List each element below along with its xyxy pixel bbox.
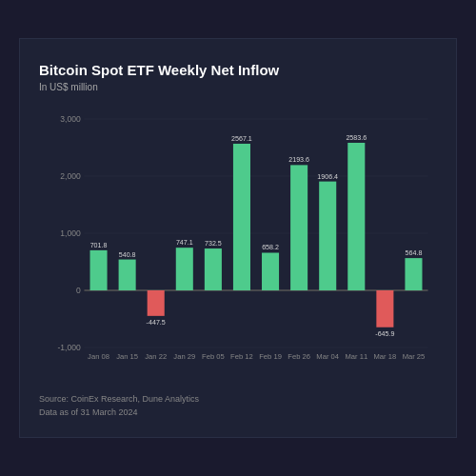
- svg-text:540.8: 540.8: [119, 249, 136, 258]
- svg-text:564.8: 564.8: [406, 248, 423, 257]
- svg-text:-645.9: -645.9: [375, 329, 394, 338]
- svg-rect-10: [90, 250, 108, 290]
- svg-text:-1,000: -1,000: [57, 343, 80, 352]
- svg-text:2567.1: 2567.1: [231, 134, 252, 143]
- svg-text:2,000: 2,000: [60, 171, 80, 181]
- svg-rect-37: [347, 143, 365, 290]
- chart-area: 3,0002,0001,0000-1,000701.8Jan 08540.8Ja…: [39, 100, 437, 386]
- chart-container: Bitcoin Spot ETF Weekly Net Inflow In US…: [19, 38, 457, 438]
- svg-text:1906.4: 1906.4: [317, 171, 338, 180]
- svg-rect-31: [290, 165, 307, 290]
- svg-text:747.1: 747.1: [176, 238, 193, 247]
- svg-text:Feb 26: Feb 26: [288, 352, 310, 361]
- svg-text:Mar 18: Mar 18: [374, 352, 397, 361]
- svg-text:Jan 29: Jan 29: [173, 352, 195, 361]
- svg-rect-22: [205, 248, 222, 290]
- svg-rect-16: [148, 290, 165, 316]
- svg-text:2583.6: 2583.6: [346, 133, 367, 142]
- source-line1: Source: CoinEx Research, Dune Analytics …: [39, 393, 437, 419]
- svg-text:Mar 11: Mar 11: [345, 352, 367, 361]
- svg-text:Feb 19: Feb 19: [259, 352, 282, 361]
- svg-rect-25: [233, 144, 250, 290]
- svg-rect-43: [405, 258, 422, 290]
- svg-text:Feb 05: Feb 05: [202, 352, 225, 361]
- svg-text:-447.5: -447.5: [147, 318, 166, 327]
- svg-rect-28: [262, 253, 279, 290]
- svg-text:2193.6: 2193.6: [288, 155, 309, 164]
- svg-text:Mar 04: Mar 04: [316, 352, 339, 361]
- svg-text:1,000: 1,000: [60, 228, 80, 238]
- svg-text:3,000: 3,000: [60, 114, 80, 124]
- svg-text:701.8: 701.8: [90, 241, 108, 249]
- svg-text:Jan 22: Jan 22: [145, 352, 167, 361]
- svg-text:Mar 25: Mar 25: [403, 352, 426, 361]
- svg-text:732.5: 732.5: [205, 239, 222, 248]
- svg-rect-34: [319, 182, 336, 290]
- svg-rect-19: [176, 248, 193, 290]
- chart-subtitle: In US$ million: [39, 82, 437, 92]
- svg-text:Feb 12: Feb 12: [230, 352, 253, 361]
- svg-text:658.2: 658.2: [262, 243, 279, 251]
- svg-text:Jan 08: Jan 08: [88, 352, 109, 361]
- chart-title: Bitcoin Spot ETF Weekly Net Inflow: [39, 62, 437, 78]
- svg-text:0: 0: [76, 286, 81, 295]
- svg-rect-13: [119, 260, 136, 290]
- svg-text:Jan 15: Jan 15: [116, 352, 138, 361]
- svg-rect-40: [376, 290, 393, 327]
